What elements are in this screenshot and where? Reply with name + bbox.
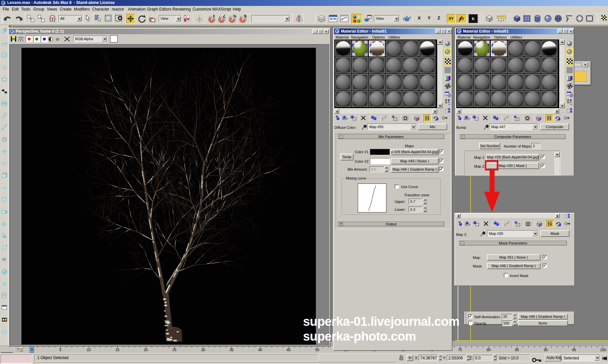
svg-text:3: 3: [213, 14, 215, 18]
svg-text:∠: ∠: [223, 14, 226, 18]
svg-text:M: M: [2, 257, 6, 262]
svg-text:⇅: ⇅: [244, 14, 247, 18]
svg-text:%: %: [233, 14, 236, 18]
